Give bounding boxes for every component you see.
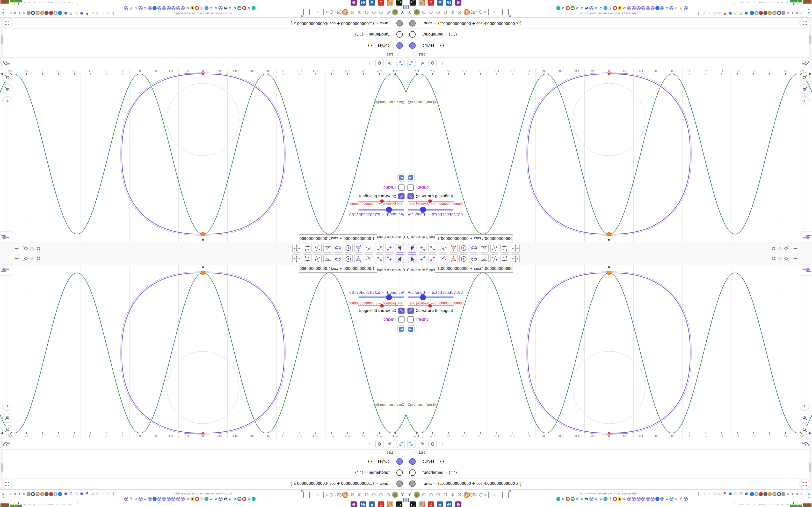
curve-label[interactable]: Curvature function: [408, 101, 439, 104]
google-favicon[interactable]: G: [665, 6, 669, 10]
algebra-row[interactable]: curves = {}⋮: [406, 40, 812, 51]
zoom-out-button[interactable]: −: [800, 72, 809, 81]
icon[interactable]: [465, 494, 467, 496]
shield-extension-icon[interactable]: [781, 492, 785, 496]
skip-button[interactable]: ▶|: [397, 174, 405, 181]
yandex-favicon[interactable]: Я: [613, 497, 617, 501]
geogebra-favicon[interactable]: [684, 6, 688, 10]
algebra-wave-icon[interactable]: [802, 440, 810, 449]
home-button[interactable]: ⌂: [800, 401, 809, 410]
arc-length-slider[interactable]: [358, 296, 404, 298]
tool-circle-button[interactable]: [459, 244, 468, 252]
undo-icon[interactable]: ↺: [36, 256, 41, 262]
globe-icon[interactable]: ⊕: [378, 9, 384, 15]
images-favicon[interactable]: ▲: [191, 497, 195, 501]
google-favicon[interactable]: G: [143, 497, 147, 501]
collapse-stats-icon[interactable]: ∧∧: [734, 2, 735, 5]
geogebra-favicon[interactable]: [669, 6, 673, 10]
tool-polygon-button[interactable]: [449, 255, 458, 263]
geogebra-favicon[interactable]: [181, 6, 185, 10]
algebra-row[interactable]: funcNames = {" "}⋮: [406, 29, 812, 40]
icon[interactable]: [479, 10, 483, 14]
algebra-wave-icon[interactable]: [802, 58, 810, 67]
google-favicon[interactable]: G: [228, 497, 232, 501]
fullscreen-button[interactable]: [2, 18, 12, 28]
icon[interactable]: [484, 494, 486, 496]
menu-burger-icon[interactable]: ☰: [14, 245, 19, 251]
download-icon[interactable]: ↧: [696, 491, 701, 496]
geogebra-favicon[interactable]: [181, 497, 185, 501]
collapse-stats-icon[interactable]: ∧∧: [734, 502, 735, 505]
icon[interactable]: [479, 493, 483, 497]
circle-icon[interactable]: ○: [712, 491, 717, 496]
images-favicon[interactable]: ▲: [191, 6, 195, 10]
wikipedia-favicon[interactable]: W: [223, 497, 227, 501]
archive-extension-icon[interactable]: ▤: [36, 492, 40, 496]
curve-label[interactable]: Curvature function: [373, 403, 404, 406]
globe-extension-icon[interactable]: ⊕: [22, 492, 26, 496]
home-button[interactable]: ⌂: [3, 97, 12, 106]
favicon[interactable]: [252, 497, 256, 501]
star-icon[interactable]: ☆: [106, 11, 111, 16]
search-icon[interactable]: [24, 247, 28, 250]
tool-move-graphics-view-button[interactable]: [511, 255, 520, 263]
pause-icon[interactable]: [402, 498, 406, 502]
geogebra-favicon[interactable]: [627, 6, 631, 10]
tool-move-button[interactable]: [408, 244, 416, 252]
arc-position-slider-handle[interactable]: [380, 304, 384, 307]
google-favicon[interactable]: G: [233, 497, 237, 501]
google-favicon[interactable]: G: [665, 497, 669, 501]
url-text[interactable]: https://www.geogebra.org/classic/aagcxh3…: [174, 12, 232, 15]
fx-icon[interactable]: fx: [386, 59, 394, 67]
star-icon[interactable]: ☆: [106, 491, 111, 496]
arc-length-slider-handle[interactable]: [420, 294, 426, 300]
undo-icon[interactable]: ↺: [771, 256, 776, 262]
icon[interactable]: [484, 11, 486, 13]
tool-point-button[interactable]: A: [385, 244, 394, 252]
tool-angle-button[interactable]: α: [323, 255, 332, 263]
tool-move-button[interactable]: [396, 255, 404, 263]
graphics-view[interactable]: -2.4-2.2-2-1.8-1.6-1.4-1.2-1-0.8-0.6-0.4…: [0, 265, 406, 438]
archive-extension-icon[interactable]: ▤: [36, 11, 40, 15]
folder-icon[interactable]: [486, 9, 492, 15]
back-icon[interactable]: ←: [314, 9, 320, 15]
arc-position-slider-handle[interactable]: [428, 304, 432, 307]
algebra-row[interactable]: funcs = {1.000000000000 + cos(4.00000000…: [406, 17, 812, 29]
frame-icon[interactable]: ▭: [90, 11, 95, 16]
circle-icon[interactable]: ○: [95, 11, 100, 16]
monitor-app-icon[interactable]: ▣: [437, 0, 444, 6]
gear-extension-icon[interactable]: ⚙: [8, 492, 12, 496]
skip-button[interactable]: ▶|: [407, 174, 415, 181]
row-kebab-menu-icon[interactable]: ⋮: [19, 459, 23, 463]
globe-icon[interactable]: ⊕: [421, 492, 427, 498]
settings-app-icon[interactable]: ⚙: [427, 501, 434, 507]
favicon[interactable]: w: [238, 497, 242, 501]
visibility-marker[interactable]: [409, 31, 416, 38]
tracing-checkbox[interactable]: [398, 316, 405, 323]
zoom-out-button[interactable]: −: [3, 72, 12, 81]
arc-position-slider-handle[interactable]: [380, 200, 384, 203]
ublock-extension-icon[interactable]: U: [777, 492, 781, 496]
collapse-stats-icon[interactable]: ∧∧: [77, 2, 78, 5]
redo-icon[interactable]: ↻: [30, 256, 34, 262]
ghost-app-icon[interactable]: ☻: [455, 0, 462, 6]
puzzle-extension-icon[interactable]: ❖: [790, 11, 794, 15]
yandex-favicon[interactable]: Я: [195, 497, 199, 501]
tool-point-button[interactable]: A: [418, 244, 427, 252]
icon[interactable]: [336, 494, 338, 496]
tool-ellipse-button[interactable]: [469, 244, 478, 252]
geogebra-favicon[interactable]: [660, 497, 664, 501]
folder-icon[interactable]: [320, 9, 326, 15]
tool-reflection-button[interactable]: [490, 244, 499, 252]
red-badge-extension-icon[interactable]: [49, 492, 53, 496]
pin-icon[interactable]: ⚑: [85, 11, 89, 16]
curvature-tangent-checkbox[interactable]: ✓: [398, 193, 405, 200]
filter-icon[interactable]: Y: [406, 492, 413, 498]
pin-icon[interactable]: ⚑: [85, 491, 89, 496]
red-badge-extension-icon[interactable]: [759, 11, 763, 15]
math-favicon[interactable]: f: [679, 6, 683, 10]
tool-ellipse-button[interactable]: [334, 255, 343, 263]
pause-icon[interactable]: [406, 5, 410, 9]
globe-extension-icon[interactable]: ⊕: [22, 11, 26, 15]
trash-extension-icon[interactable]: [763, 492, 767, 496]
